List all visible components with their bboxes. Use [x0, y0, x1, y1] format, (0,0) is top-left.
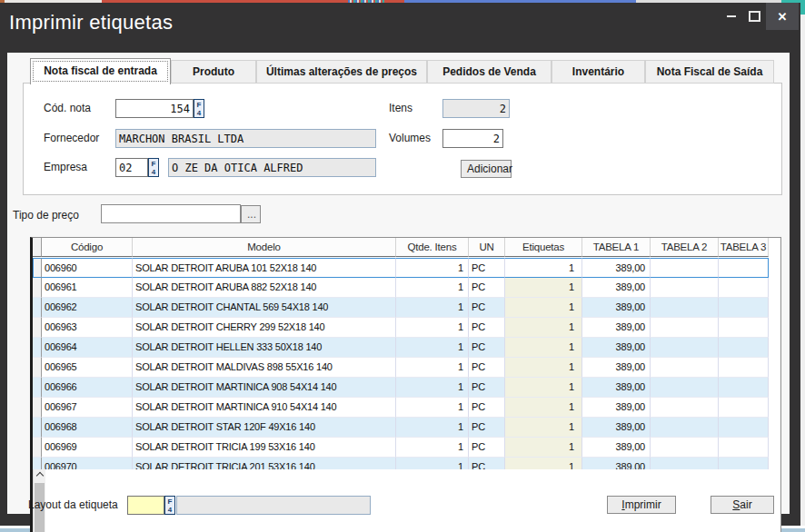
cell[interactable]: 1	[396, 338, 469, 358]
column-header[interactable]: Qtde. Itens	[396, 238, 469, 257]
cell[interactable]: SOLAR DETROIT TRICIA 199 53X16 140	[133, 438, 396, 458]
tipo-de-preco-input[interactable]	[101, 204, 241, 223]
column-header[interactable]: TABELA 3	[719, 238, 769, 257]
cell[interactable]: PC	[469, 378, 505, 398]
cell[interactable]: 1	[396, 398, 469, 418]
cell[interactable]	[719, 298, 769, 318]
cell[interactable]: SOLAR DETROIT CHERRY 299 52X18 140	[133, 318, 396, 338]
cell[interactable]: 389,00	[582, 278, 651, 298]
cell[interactable]: 389,00	[582, 378, 651, 398]
cell[interactable]: 1	[505, 318, 582, 338]
cod-nota-input[interactable]	[115, 99, 194, 118]
cell[interactable]	[719, 278, 769, 298]
cell[interactable]: PC	[469, 358, 505, 378]
cell[interactable]: 006964	[42, 338, 133, 358]
cell[interactable]: SOLAR DETROIT MALDIVAS 898 55X16 140	[133, 358, 396, 378]
cell[interactable]: 389,00	[582, 338, 651, 358]
cell[interactable]: 1	[505, 258, 582, 278]
cell[interactable]: SOLAR DETROIT STAR 120F 49X16 140	[133, 418, 396, 438]
cell[interactable]: 389,00	[582, 258, 651, 278]
table-row[interactable]: 006967SOLAR DETROIT MARTINICA 910 54X14 …	[33, 398, 769, 418]
scroll-up-button[interactable]	[34, 469, 45, 482]
cell[interactable]	[719, 378, 769, 398]
cell[interactable]: PC	[469, 318, 505, 338]
table-row[interactable]: 006964SOLAR DETROIT HELLEN 333 50X18 140…	[33, 338, 769, 358]
cell[interactable]: 1	[396, 258, 469, 278]
cell[interactable]: PC	[469, 398, 505, 418]
cell[interactable]	[651, 458, 719, 469]
column-header[interactable]: TABELA 2	[651, 238, 719, 257]
table-row[interactable]: 006962SOLAR DETROIT CHANTAL 569 54X18 14…	[33, 298, 769, 318]
cell[interactable]: 1	[505, 298, 582, 318]
maximize-button[interactable]	[743, 3, 765, 30]
cell[interactable]: PC	[469, 298, 505, 318]
cell[interactable]: 1	[505, 358, 582, 378]
cell[interactable]	[651, 378, 719, 398]
cell[interactable]: 1	[396, 458, 469, 469]
cell[interactable]: PC	[469, 438, 505, 458]
row-selector[interactable]	[33, 318, 42, 338]
cod-nota-f4-lookup-button[interactable]: F 4	[194, 99, 204, 118]
cell[interactable]	[719, 418, 769, 438]
cell[interactable]: 006968	[42, 418, 133, 438]
cell[interactable]: 006963	[42, 318, 133, 338]
cell[interactable]	[719, 258, 769, 278]
column-header[interactable]: Código	[42, 238, 133, 257]
cell[interactable]	[651, 398, 719, 418]
table-row[interactable]: 006968SOLAR DETROIT STAR 120F 49X16 1401…	[33, 418, 769, 438]
close-button[interactable]: ✕	[766, 3, 799, 30]
cell[interactable]: 1	[505, 418, 582, 438]
cell[interactable]: 006960	[42, 258, 133, 278]
table-row[interactable]: 006970SOLAR DETROIT TRICIA 201 53X16 140…	[33, 458, 769, 469]
table-row[interactable]: 006966SOLAR DETROIT MARTINICA 908 54X14 …	[33, 378, 769, 398]
cell[interactable]: 389,00	[582, 318, 651, 338]
row-selector[interactable]	[33, 398, 42, 418]
cell[interactable]: 389,00	[582, 438, 651, 458]
cell[interactable]	[651, 278, 719, 298]
row-selector[interactable]	[33, 258, 42, 278]
cell[interactable]: SOLAR DETROIT ARUBA 882 52X18 140	[133, 278, 396, 298]
cell[interactable]: 006970	[42, 458, 133, 469]
cell[interactable]: 389,00	[582, 358, 651, 378]
cell[interactable]: SOLAR DETROIT CHANTAL 569 54X18 140	[133, 298, 396, 318]
cell[interactable]: 1	[505, 398, 582, 418]
cell[interactable]: 006966	[42, 378, 133, 398]
cell[interactable]	[719, 318, 769, 338]
cell[interactable]: SOLAR DETROIT ARUBA 101 52X18 140	[133, 258, 396, 278]
adicionar-button[interactable]: Adicionar	[461, 160, 512, 178]
cell[interactable]	[719, 358, 769, 378]
cell[interactable]: SOLAR DETROIT MARTINICA 908 54X14 140	[133, 378, 396, 398]
column-header[interactable]: Modelo	[133, 238, 396, 257]
table-row[interactable]: 006963SOLAR DETROIT CHERRY 299 52X18 140…	[33, 318, 769, 338]
cell[interactable]: 389,00	[582, 458, 651, 469]
cell[interactable]: 1	[396, 358, 469, 378]
tab-nota-fiscal-de-saida[interactable]: Nota Fiscal de Saída	[645, 60, 774, 84]
cell[interactable]: SOLAR DETROIT TRICIA 201 53X16 140	[133, 458, 396, 469]
cell[interactable]	[651, 438, 719, 458]
cell[interactable]	[651, 318, 719, 338]
cell[interactable]: PC	[469, 338, 505, 358]
cell[interactable]: SOLAR DETROIT HELLEN 333 50X18 140	[133, 338, 396, 358]
row-selector[interactable]	[33, 338, 42, 358]
cell[interactable]	[719, 338, 769, 358]
cell[interactable]: 1	[505, 338, 582, 358]
cell[interactable]: 1	[505, 438, 582, 458]
row-selector[interactable]	[33, 358, 42, 378]
cell[interactable]	[719, 458, 769, 469]
cell[interactable]: SOLAR DETROIT MARTINICA 910 54X14 140	[133, 398, 396, 418]
cell[interactable]	[651, 338, 719, 358]
row-selector[interactable]	[33, 278, 42, 298]
column-header[interactable]: UN	[469, 238, 505, 257]
table-row[interactable]: 006960SOLAR DETROIT ARUBA 101 52X18 1401…	[33, 258, 769, 278]
cell[interactable]	[651, 258, 719, 278]
cell[interactable]: PC	[469, 458, 505, 469]
imprimir-button[interactable]: Imprimir	[607, 496, 676, 514]
tab-inventario[interactable]: Inventário	[552, 60, 645, 84]
row-selector[interactable]	[33, 458, 42, 469]
cell[interactable]	[651, 358, 719, 378]
cell[interactable]: 1	[505, 458, 582, 469]
cell[interactable]: 006961	[42, 278, 133, 298]
tab-ultimas-alteracoes-de-precos[interactable]: Últimas alterações de preços	[256, 60, 427, 84]
column-header[interactable]: Etiquetas	[505, 238, 582, 257]
table-row[interactable]: 006961SOLAR DETROIT ARUBA 882 52X18 1401…	[33, 278, 769, 298]
